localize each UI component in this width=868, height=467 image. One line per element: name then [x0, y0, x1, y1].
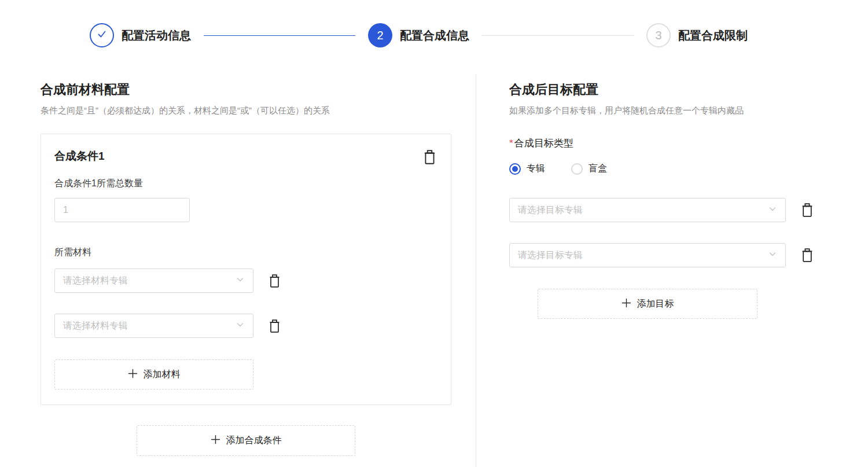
- right-section-subtitle: 如果添加多个目标专辑，用户将随机合成任意一个专辑内藏品: [509, 105, 816, 116]
- target-type-radio-group: 专辑 盲盒: [509, 163, 816, 175]
- step-1-activity-info[interactable]: 配置活动信息: [90, 23, 191, 47]
- chevron-down-icon: [236, 275, 245, 286]
- target-select-row-2: 请选择目标专辑: [509, 243, 816, 267]
- delete-condition-button[interactable]: [422, 149, 437, 165]
- add-target-button[interactable]: 添加目标: [538, 289, 757, 319]
- delete-material-1-button[interactable]: [268, 274, 281, 288]
- chevron-down-icon: [768, 249, 777, 261]
- trash-icon: [268, 274, 281, 288]
- material-select-1[interactable]: 请选择材料专辑: [54, 269, 253, 293]
- quantity-label: 合成条件1所需总数量: [54, 178, 437, 189]
- target-type-label: *合成目标类型: [509, 137, 816, 149]
- step-connector-done: [204, 35, 355, 36]
- delete-target-2-button[interactable]: [800, 248, 814, 263]
- add-material-button[interactable]: 添加材料: [54, 359, 253, 389]
- radio-option-album[interactable]: 专辑: [509, 163, 545, 175]
- required-asterisk: *: [509, 138, 513, 149]
- step-1-circle: [90, 23, 114, 47]
- material-select-2[interactable]: 请选择材料专辑: [54, 314, 253, 338]
- trash-icon: [800, 203, 814, 218]
- pre-synthesis-materials-section: 合成前材料配置 条件之间是“且”（必须都达成）的关系，材料之间是“或”（可以任选…: [41, 82, 451, 456]
- target-select-1-placeholder: 请选择目标专辑: [518, 204, 583, 216]
- plus-icon: [621, 298, 631, 310]
- add-target-label: 添加目标: [637, 298, 674, 310]
- step-2-synthesis-info[interactable]: 2 配置合成信息: [368, 23, 469, 47]
- chevron-down-icon: [236, 320, 245, 332]
- material-select-2-placeholder: 请选择材料专辑: [63, 320, 128, 332]
- left-section-title: 合成前材料配置: [41, 82, 451, 97]
- quantity-input[interactable]: [54, 198, 190, 222]
- left-section-subtitle: 条件之间是“且”（必须都达成）的关系，材料之间是“或”（可以任选）的关系: [41, 105, 451, 116]
- check-icon: [96, 28, 108, 43]
- step-3-circle: 3: [646, 23, 671, 47]
- condition-card-1: 合成条件1 合成条件1所需总数量 所需材料 请选择材料专辑: [41, 134, 451, 405]
- step-1-label: 配置活动信息: [122, 28, 191, 43]
- chevron-down-icon: [768, 204, 777, 216]
- step-2-label: 配置合成信息: [400, 28, 469, 43]
- radio-unselected-icon: [571, 163, 583, 175]
- step-2-circle: 2: [368, 23, 392, 47]
- materials-label: 所需材料: [54, 247, 437, 258]
- material-select-row-2: 请选择材料专辑: [54, 314, 437, 338]
- step-2-number: 2: [377, 29, 383, 42]
- target-select-2[interactable]: 请选择目标专辑: [509, 243, 786, 267]
- add-condition-label: 添加合成条件: [226, 435, 282, 447]
- column-divider: [476, 74, 476, 467]
- radio-option-blindbox[interactable]: 盲盒: [571, 163, 607, 175]
- trash-icon: [422, 149, 437, 165]
- material-select-1-placeholder: 请选择材料专辑: [63, 275, 128, 287]
- add-material-label: 添加材料: [144, 369, 181, 381]
- delete-material-2-button[interactable]: [268, 319, 281, 333]
- wizard-stepper: 配置活动信息 2 配置合成信息 3 配置合成限制: [90, 23, 748, 47]
- step-3-synthesis-limit[interactable]: 3 配置合成限制: [646, 23, 748, 47]
- condition-card-title: 合成条件1: [54, 149, 105, 163]
- radio-selected-icon: [509, 163, 521, 175]
- trash-icon: [268, 319, 281, 333]
- target-select-1[interactable]: 请选择目标专辑: [509, 198, 786, 222]
- target-select-2-placeholder: 请选择目标专辑: [518, 249, 583, 262]
- material-select-row-1: 请选择材料专辑: [54, 269, 437, 293]
- trash-icon: [800, 248, 814, 263]
- plus-icon: [128, 369, 138, 381]
- delete-target-1-button[interactable]: [800, 203, 814, 218]
- plus-icon: [211, 435, 220, 447]
- step-connector-pending: [482, 35, 634, 36]
- post-synthesis-target-section: 合成后目标配置 如果添加多个目标专辑，用户将随机合成任意一个专辑内藏品 *合成目…: [509, 82, 816, 319]
- add-condition-button[interactable]: 添加合成条件: [137, 425, 355, 456]
- right-section-title: 合成后目标配置: [509, 82, 816, 97]
- radio-album-label: 专辑: [527, 163, 545, 175]
- radio-blindbox-label: 盲盒: [589, 163, 607, 175]
- target-select-row-1: 请选择目标专辑: [509, 198, 816, 222]
- step-3-number: 3: [655, 29, 661, 42]
- step-3-label: 配置合成限制: [678, 28, 748, 43]
